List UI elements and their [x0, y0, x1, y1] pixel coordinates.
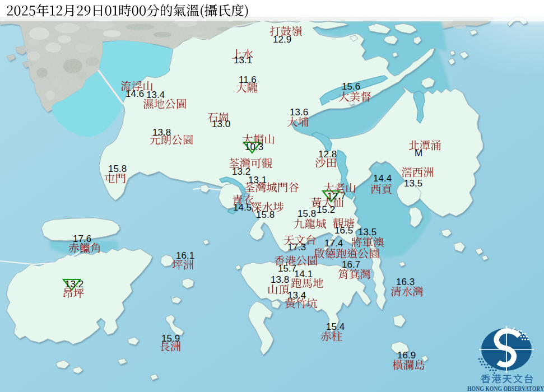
svg-text:13.1: 13.1	[248, 175, 267, 185]
svg-text:12.7: 12.7	[327, 191, 346, 202]
svg-text:13.8: 13.8	[271, 274, 289, 285]
svg-text:15.2: 15.2	[317, 204, 335, 215]
svg-text:11.6: 11.6	[239, 74, 257, 85]
svg-text:15.8: 15.8	[297, 208, 316, 219]
svg-text:13.5: 13.5	[404, 178, 422, 189]
svg-text:14.4: 14.4	[373, 173, 392, 184]
svg-text:13.8: 13.8	[152, 127, 171, 138]
svg-text:13.0: 13.0	[212, 119, 230, 129]
svg-text:16.9: 16.9	[397, 350, 416, 361]
svg-text:M: M	[415, 148, 422, 158]
svg-text:16.5: 16.5	[334, 225, 353, 236]
svg-text:13.2: 13.2	[65, 279, 83, 290]
svg-text:14.1: 14.1	[294, 269, 313, 279]
svg-text:15.8: 15.8	[108, 164, 127, 174]
svg-text:13.6: 13.6	[290, 107, 308, 118]
svg-text:12.8: 12.8	[318, 149, 337, 160]
svg-text:15.6: 15.6	[342, 81, 360, 92]
svg-text:17.6: 17.6	[73, 234, 91, 244]
svg-text:15.4: 15.4	[326, 321, 345, 332]
svg-text:15.9: 15.9	[161, 333, 180, 344]
svg-text:13.5: 13.5	[358, 227, 376, 237]
svg-text:14.6: 14.6	[125, 88, 144, 99]
svg-text:16.7: 16.7	[342, 259, 360, 270]
svg-text:13.4: 13.4	[287, 290, 306, 301]
svg-text:16.3: 16.3	[396, 277, 415, 287]
svg-text:17.4: 17.4	[324, 238, 343, 249]
svg-text:13.4: 13.4	[146, 90, 165, 100]
svg-text:14.5: 14.5	[233, 202, 252, 213]
svg-text:12.9: 12.9	[273, 34, 291, 45]
svg-text:17.3: 17.3	[287, 242, 306, 253]
svg-text:15.8: 15.8	[256, 209, 275, 220]
svg-text:HONG KONG OBSERVATORY: HONG KONG OBSERVATORY	[467, 384, 544, 392]
svg-text:16.1: 16.1	[176, 250, 194, 261]
svg-text:13.1: 13.1	[234, 55, 252, 66]
svg-text:10.3: 10.3	[245, 142, 263, 152]
